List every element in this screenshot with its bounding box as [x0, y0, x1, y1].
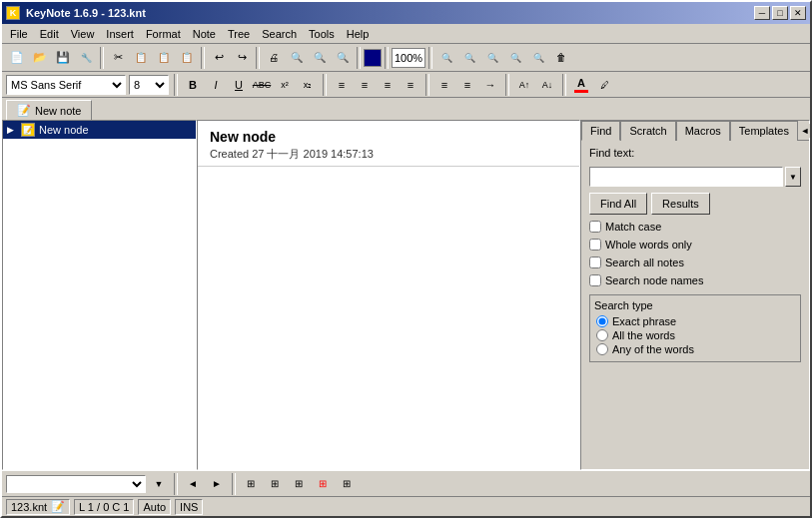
more-btn2[interactable]: 🔍	[458, 47, 480, 69]
search-button[interactable]: 🔍	[286, 47, 308, 69]
bullet-list-button[interactable]: ≡	[434, 75, 454, 95]
nav-prev-button[interactable]: ◄	[182, 473, 204, 495]
align-center-button[interactable]: ≡	[355, 75, 375, 95]
open-button[interactable]: 📂	[29, 47, 51, 69]
justify-button[interactable]: ≡	[401, 75, 420, 95]
search-node-names-checkbox[interactable]	[589, 274, 601, 286]
align-right-button[interactable]: ≡	[378, 75, 398, 95]
more-btn5[interactable]: 🔍	[527, 47, 549, 69]
underline-button[interactable]: U	[229, 75, 249, 95]
more-btn4[interactable]: 🔍	[504, 47, 526, 69]
menu-tools[interactable]: Tools	[303, 26, 341, 42]
format-toolbar: MS Sans Serif 8 B I U ABC x² x₂ ≡ ≡ ≡ ≡ …	[2, 72, 810, 98]
more-btn1[interactable]: 🔍	[435, 47, 457, 69]
align-left-button[interactable]: ≡	[332, 75, 352, 95]
increase-font-button[interactable]: A↑	[514, 75, 534, 95]
menu-insert[interactable]: Insert	[100, 26, 140, 42]
print-button[interactable]: 🖨	[263, 47, 285, 69]
search-node-names-row: Search node names	[589, 274, 801, 286]
exact-phrase-row: Exact phrase	[596, 315, 794, 327]
tree-btn2[interactable]: ⊞	[264, 473, 286, 495]
all-words-radio[interactable]	[596, 329, 608, 341]
bold-button[interactable]: B	[183, 75, 203, 95]
zoom-control: 100%	[392, 48, 425, 68]
indent-button[interactable]: →	[480, 75, 500, 95]
cut-button[interactable]: ✂	[107, 47, 129, 69]
strikethrough-button[interactable]: ABC	[252, 75, 272, 95]
any-words-label: Any of the words	[612, 343, 694, 355]
highlight-button[interactable]: 🖊	[594, 75, 614, 95]
match-case-checkbox[interactable]	[589, 221, 601, 233]
tab-templates[interactable]: Templates	[730, 121, 798, 141]
tab-prev-button[interactable]: ◄	[798, 124, 810, 138]
paste-button[interactable]: 📋	[153, 47, 175, 69]
results-button[interactable]: Results	[651, 193, 710, 215]
find-content: Find text: ▼ Find All Results Match case…	[581, 141, 809, 368]
find-all-button[interactable]: Find All	[589, 193, 647, 215]
tree-btn4[interactable]: ⊞	[312, 473, 334, 495]
font-sep3	[425, 74, 429, 96]
menu-note[interactable]: Note	[187, 26, 222, 42]
redo-button[interactable]: ↪	[231, 47, 253, 69]
node-created: Created 27 十一月 2019 14:57:13	[210, 147, 567, 162]
find-panel: Find Scratch Macros Templates ◄ ► Find t…	[580, 120, 810, 470]
menu-edit[interactable]: Edit	[34, 26, 65, 42]
menu-tree[interactable]: Tree	[222, 26, 256, 42]
any-words-radio[interactable]	[596, 343, 608, 355]
window-title: KeyNote 1.6.9 - 123.knt	[26, 7, 146, 19]
superscript-button[interactable]: x²	[275, 75, 295, 95]
menu-search[interactable]: Search	[256, 26, 303, 42]
whole-words-checkbox[interactable]	[589, 239, 601, 251]
more-btn3[interactable]: 🔍	[481, 47, 503, 69]
search3-button[interactable]: 🔍	[332, 47, 354, 69]
paste-special-button[interactable]: 📋	[176, 47, 198, 69]
find-text-input[interactable]	[589, 167, 783, 187]
font-select[interactable]: MS Sans Serif	[6, 75, 126, 95]
minimize-button[interactable]: ─	[754, 6, 770, 20]
copy-button[interactable]: 📋	[130, 47, 152, 69]
search2-button[interactable]: 🔍	[309, 47, 331, 69]
font-color-button[interactable]: A	[571, 75, 591, 95]
new-button[interactable]: 📄	[6, 47, 28, 69]
decrease-font-button[interactable]: A↓	[537, 75, 557, 95]
italic-button[interactable]: I	[206, 75, 226, 95]
delete-btn[interactable]: 🗑	[550, 47, 572, 69]
format-dropdown-btn[interactable]: ▼	[148, 473, 170, 495]
close-button[interactable]: ✕	[790, 6, 806, 20]
menu-view[interactable]: View	[65, 26, 101, 42]
status-file-icon: 📝	[51, 500, 65, 513]
node-name: New node	[39, 124, 89, 136]
note-tab[interactable]: 📝 New note	[6, 100, 92, 120]
search-type-legend: Search type	[594, 299, 794, 311]
status-ins-label: INS	[180, 501, 198, 513]
properties-button[interactable]: 🔧	[75, 47, 97, 69]
bottom-dropdown[interactable]	[6, 475, 146, 493]
search-all-notes-row: Search all notes	[589, 257, 801, 268]
menu-format[interactable]: Format	[140, 26, 187, 42]
maximize-button[interactable]: □	[772, 6, 788, 20]
tab-find[interactable]: Find	[581, 121, 620, 141]
tree-node-item[interactable]: ▶ 📝 New node	[3, 121, 196, 139]
tree-btn5[interactable]: ⊞	[336, 473, 358, 495]
menu-file[interactable]: File	[4, 26, 34, 42]
find-dropdown-button[interactable]: ▼	[785, 167, 801, 187]
tree-btn1[interactable]: ⊞	[240, 473, 262, 495]
status-file-label: 123.knt	[11, 501, 47, 513]
exact-phrase-radio[interactable]	[596, 315, 608, 327]
tree-btn3[interactable]: ⊞	[288, 473, 310, 495]
editor-content[interactable]	[198, 167, 579, 469]
all-words-label: All the words	[612, 329, 675, 341]
undo-button[interactable]: ↩	[208, 47, 230, 69]
tab-macros[interactable]: Macros	[676, 121, 730, 141]
main-area: ▶ 📝 New node New node Created 27 十一月 201…	[2, 120, 810, 470]
search-all-notes-checkbox[interactable]	[589, 257, 601, 268]
save-button[interactable]: 💾	[52, 47, 74, 69]
color-rect[interactable]	[364, 49, 382, 67]
numbered-list-button[interactable]: ≡	[457, 75, 477, 95]
status-auto: Auto	[138, 499, 171, 515]
menu-help[interactable]: Help	[341, 26, 376, 42]
size-select[interactable]: 8	[129, 75, 169, 95]
tab-scratch[interactable]: Scratch	[620, 121, 675, 141]
nav-next-button[interactable]: ►	[206, 473, 228, 495]
subscript-button[interactable]: x₂	[298, 75, 318, 95]
